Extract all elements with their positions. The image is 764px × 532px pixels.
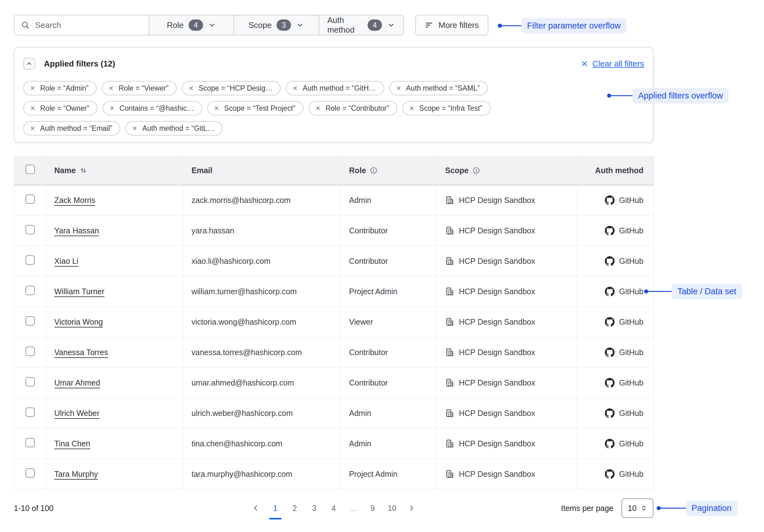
user-role: Contributor	[349, 226, 388, 235]
org-icon	[445, 287, 455, 296]
chip-label: Role = “Owner”	[40, 104, 90, 113]
next-page-button[interactable]	[404, 499, 419, 518]
user-name-link[interactable]: Xiao Li	[54, 257, 78, 265]
table-row: Tina Chen tina.chen@hashicorp.com Admin	[14, 429, 654, 459]
row-checkbox[interactable]	[25, 468, 35, 478]
remove-filter-icon[interactable]	[30, 85, 36, 91]
applied-filter-chip[interactable]: Role = “Admin”	[23, 81, 97, 95]
applied-filters-title: Applied filters (12)	[44, 59, 115, 69]
applied-filter-chip[interactable]: Role = “Contributor”	[308, 101, 397, 115]
user-name-link[interactable]: Umar Ahmed	[54, 378, 100, 387]
search-segment[interactable]	[14, 15, 149, 35]
remove-filter-icon[interactable]	[292, 85, 298, 91]
select-all-checkbox[interactable]	[25, 165, 35, 174]
remove-filter-icon[interactable]	[108, 85, 114, 91]
applied-filter-chip[interactable]: Auth method = “Email”	[23, 121, 120, 136]
row-checkbox[interactable]	[25, 255, 35, 265]
table-row: Xiao Li xiao.li@hashicorp.com Contributo…	[14, 246, 654, 276]
row-checkbox[interactable]	[25, 316, 35, 326]
collapse-button[interactable]	[23, 58, 35, 69]
annotation-dot	[644, 290, 648, 294]
page-number[interactable]: 1	[268, 499, 283, 518]
chevron-down-icon	[296, 21, 304, 29]
search-input[interactable]	[35, 20, 142, 31]
table-row: William Turner william.turner@hashicorp.…	[14, 276, 654, 307]
user-name-link[interactable]: Zack Morris	[54, 196, 96, 204]
remove-filter-icon[interactable]	[213, 105, 220, 111]
applied-filter-chip[interactable]: Role = “Viewer”	[102, 81, 177, 95]
annotation-pagination: Pagination	[657, 501, 737, 516]
more-filters-button[interactable]: More filters	[415, 15, 488, 36]
org-icon	[445, 469, 455, 479]
applied-filter-chip[interactable]: Scope = “HCP Desig…	[182, 81, 281, 95]
remove-filter-icon[interactable]	[315, 105, 321, 111]
user-email: tina.chen@hashicorp.com	[191, 439, 282, 448]
org-icon	[445, 439, 455, 448]
select-caret-icon	[640, 505, 647, 512]
page-number[interactable]: 2	[287, 499, 302, 518]
annotation-label: Pagination	[686, 501, 737, 516]
user-name-link[interactable]: Ulrich Weber	[54, 409, 99, 418]
github-icon	[605, 317, 615, 327]
row-checkbox[interactable]	[25, 225, 35, 234]
chip-row: Role = “Owner” Contains = “@hashic… Scop…	[23, 101, 644, 115]
row-checkbox[interactable]	[25, 286, 35, 295]
items-per-page-select[interactable]: 10	[622, 498, 654, 518]
applied-filter-chip[interactable]: Scope = “Infra Test”	[402, 101, 490, 115]
applied-filter-chip[interactable]: Auth method = “SAML”	[389, 81, 488, 95]
pagination-bar: 1-10 of 100 1 2 3 4 … 9 10 Items per pag…	[14, 496, 654, 520]
applied-filter-chip[interactable]: Auth method = “GitH…	[286, 81, 384, 95]
close-icon	[580, 60, 589, 68]
applied-filter-chip[interactable]: Contains = “@hashic…	[102, 101, 202, 115]
previous-page-button[interactable]	[248, 499, 263, 518]
scope-filter-dropdown[interactable]: Scope 3	[234, 15, 318, 35]
user-scope: HCP Design Sandbox	[459, 287, 535, 296]
user-role: Contributor	[349, 378, 388, 387]
user-name-link[interactable]: Victoria Wong	[54, 318, 103, 326]
remove-filter-icon[interactable]	[409, 105, 415, 111]
info-icon[interactable]	[473, 167, 480, 175]
remove-filter-icon[interactable]	[396, 85, 402, 91]
user-name-link[interactable]: Vanessa Torres	[54, 348, 108, 357]
clear-all-filters-link[interactable]: Clear all filters	[580, 59, 644, 69]
table-row: Zack Morris zack.morris@hashicorp.com Ad…	[14, 185, 654, 215]
table-row: Yara Hassan yara.hassan Contributor	[14, 215, 654, 246]
sort-icon[interactable]	[80, 167, 87, 175]
user-email: tara.murphy@hashicorp.com	[191, 469, 292, 478]
user-name-link[interactable]: Yara Hassan	[54, 226, 99, 235]
user-name-link[interactable]: William Turner	[54, 287, 104, 296]
remove-filter-icon[interactable]	[30, 125, 36, 131]
remove-filter-icon[interactable]	[131, 125, 138, 131]
remove-filter-icon[interactable]	[188, 85, 194, 91]
row-checkbox[interactable]	[25, 346, 35, 356]
user-auth-method: GitHub	[619, 409, 644, 418]
user-email: zack.morris@hashicorp.com	[191, 196, 290, 204]
applied-filter-chip[interactable]: Auth method = “GitL…	[125, 121, 222, 136]
table-row: Ulrich Weber ulrich.weber@hashicorp.com …	[14, 398, 654, 429]
row-checkbox[interactable]	[25, 438, 35, 447]
user-name-link[interactable]: Tara Murphy	[54, 469, 98, 478]
row-checkbox[interactable]	[25, 377, 35, 386]
row-checkbox[interactable]	[25, 407, 35, 417]
annotation-dot	[657, 506, 661, 510]
annotation-line	[611, 95, 633, 96]
user-email: ulrich.weber@hashicorp.com	[191, 409, 293, 418]
page-number[interactable]: 4	[326, 499, 341, 518]
table-header-row: Name Email Role	[14, 156, 654, 185]
info-icon[interactable]	[370, 167, 378, 175]
remove-filter-icon[interactable]	[30, 105, 36, 111]
role-filter-dropdown[interactable]: Role 4	[149, 15, 234, 35]
page-number[interactable]: 3	[307, 499, 322, 518]
applied-filter-chip[interactable]: Role = “Owner”	[23, 101, 97, 115]
dropdown-label: Auth method	[327, 15, 363, 35]
page-number[interactable]: 10	[385, 499, 400, 518]
remove-filter-icon[interactable]	[109, 105, 115, 111]
column-header-name[interactable]: Name	[54, 166, 76, 175]
auth-method-filter-dropdown[interactable]: Auth method 4	[318, 15, 403, 35]
user-name-link[interactable]: Tina Chen	[54, 439, 90, 448]
github-icon	[605, 256, 615, 266]
applied-filter-chip[interactable]: Scope = “Test Project”	[207, 101, 303, 115]
org-icon	[445, 226, 455, 235]
page-number[interactable]: 9	[365, 499, 380, 518]
row-checkbox[interactable]	[25, 195, 35, 204]
